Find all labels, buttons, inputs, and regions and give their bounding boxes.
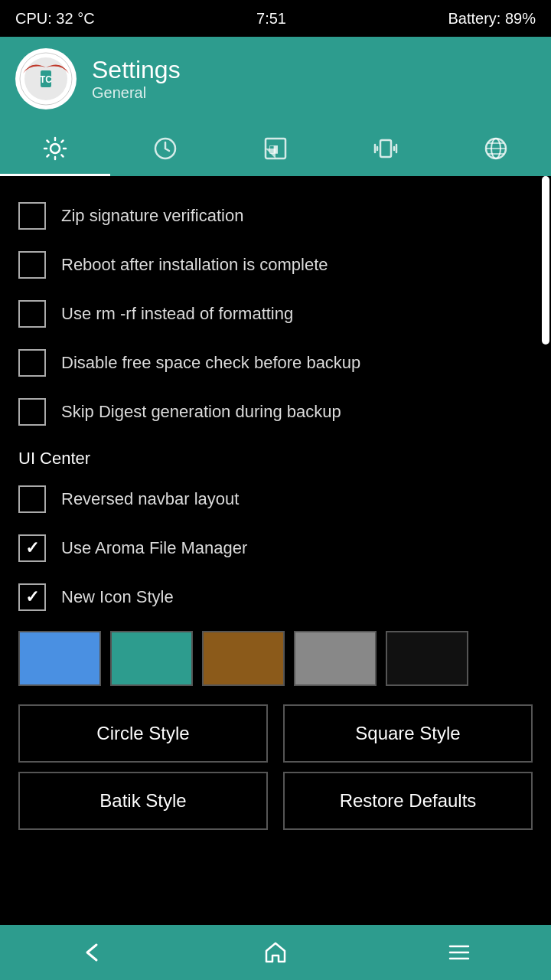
header-title: Settings: [92, 56, 181, 84]
checkbox-reversed-navbar[interactable]: Reversed navbar layout: [0, 475, 551, 524]
swatch-brown[interactable]: [202, 631, 285, 686]
checkbox-reboot-box[interactable]: [18, 251, 46, 279]
checkbox-zip-sig[interactable]: Zip signature verification: [0, 191, 551, 240]
bottom-nav: [0, 925, 551, 980]
header-text: Settings General: [92, 56, 181, 102]
restore-defaults-button[interactable]: Restore Defaults: [283, 772, 533, 830]
scrollbar-track: [540, 176, 551, 925]
checkbox-skip-digest-label: Skip Digest generation during backup: [61, 402, 341, 422]
circle-style-button[interactable]: Circle Style: [18, 704, 268, 763]
checkbox-reboot[interactable]: Reboot after installation is complete: [0, 240, 551, 289]
checkbox-new-icon[interactable]: New Icon Style: [0, 573, 551, 622]
tab-clock[interactable]: [110, 121, 220, 176]
checkbox-reversed-navbar-box[interactable]: [18, 485, 46, 513]
checkbox-zip-sig-box[interactable]: [18, 202, 46, 230]
content-area: Zip signature verification Reboot after …: [0, 176, 551, 925]
checkbox-skip-digest-box[interactable]: [18, 398, 46, 426]
tab-bar: ◨: [0, 121, 551, 176]
swatch-blue[interactable]: [18, 631, 101, 686]
status-bar: CPU: 32 °C 7:51 Battery: 89%: [0, 0, 551, 37]
checkbox-new-icon-box[interactable]: [18, 583, 46, 611]
checkbox-rm-rf-label: Use rm -rf instead of formatting: [61, 304, 293, 324]
svg-text:TC: TC: [40, 74, 52, 85]
tab-globe[interactable]: [441, 121, 551, 176]
checkbox-reboot-label: Reboot after installation is complete: [61, 255, 328, 275]
checkbox-new-icon-label: New Icon Style: [61, 587, 174, 607]
ui-center-label: UI Center: [0, 436, 551, 475]
checkbox-skip-digest[interactable]: Skip Digest generation during backup: [0, 387, 551, 436]
checkbox-reversed-navbar-label: Reversed navbar layout: [61, 489, 239, 509]
menu-button[interactable]: [367, 925, 551, 980]
style-buttons-row-1: Circle Style Square Style: [18, 704, 533, 763]
checkbox-aroma-fm[interactable]: Use Aroma File Manager: [0, 524, 551, 573]
time-status: 7:51: [256, 10, 286, 28]
checkbox-rm-rf-box[interactable]: [18, 300, 46, 328]
style-buttons: Circle Style Square Style Batik Style Re…: [0, 695, 551, 839]
svg-rect-7: [380, 140, 391, 157]
checkbox-zip-sig-label: Zip signature verification: [61, 206, 243, 226]
swatch-teal[interactable]: [110, 631, 193, 686]
checkbox-free-space-label: Disable free space check before backup: [61, 353, 360, 373]
color-swatches: [0, 622, 551, 695]
checkbox-rm-rf[interactable]: Use rm -rf instead of formatting: [0, 289, 551, 338]
checkbox-free-space-box[interactable]: [18, 349, 46, 377]
cpu-status: CPU: 32 °C: [15, 10, 95, 28]
battery-status: Battery: 89%: [448, 10, 536, 28]
header-subtitle: General: [92, 84, 181, 102]
svg-text:◨: ◨: [269, 142, 279, 155]
scrollbar-thumb[interactable]: [542, 176, 549, 345]
swatch-gray[interactable]: [294, 631, 377, 686]
app-logo: TC: [15, 48, 77, 109]
tab-brightness[interactable]: ◨: [220, 121, 331, 176]
tab-vibration[interactable]: [331, 121, 441, 176]
square-style-button[interactable]: Square Style: [283, 704, 533, 763]
home-button[interactable]: [184, 925, 367, 980]
checkbox-free-space[interactable]: Disable free space check before backup: [0, 338, 551, 387]
swatch-black[interactable]: [386, 631, 468, 686]
style-buttons-row-2: Batik Style Restore Defaults: [18, 772, 533, 830]
batik-style-button[interactable]: Batik Style: [18, 772, 268, 830]
header: TC Settings General: [0, 37, 551, 121]
checkbox-aroma-fm-label: Use Aroma File Manager: [61, 538, 247, 558]
back-button[interactable]: [0, 925, 184, 980]
checkbox-aroma-fm-box[interactable]: [18, 534, 46, 562]
tab-general[interactable]: [0, 121, 110, 176]
